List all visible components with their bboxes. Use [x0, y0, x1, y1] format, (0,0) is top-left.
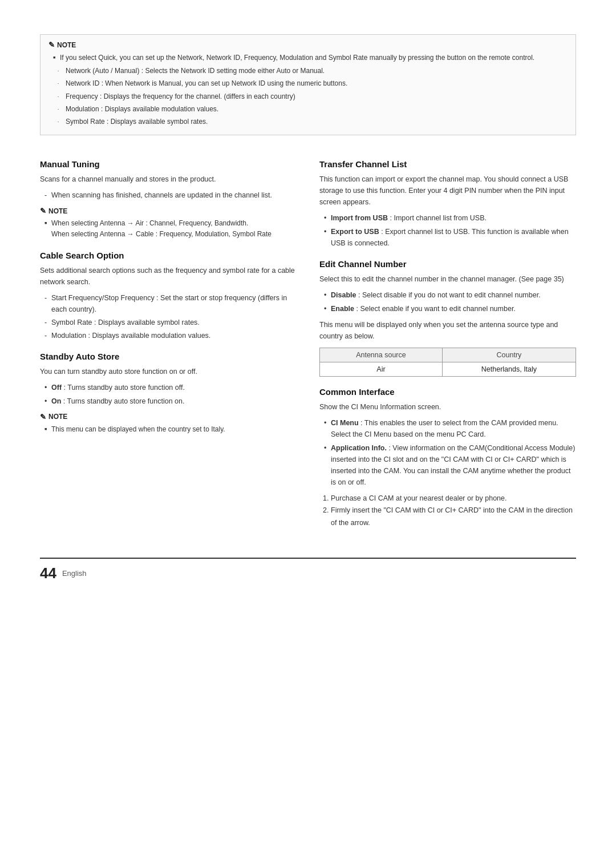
antenna-source-header: Antenna source — [320, 348, 443, 362]
standby-note-label: ✎ NOTE — [40, 413, 297, 421]
standby-bullet-on: On : Turns standby auto store function o… — [42, 396, 297, 407]
import-from-usb-item: Import from USB : Import channel list fr… — [322, 212, 576, 224]
standby-auto-store-title: Standby Auto Store — [40, 352, 297, 361]
standby-note: ✎ NOTE This menu can be displayed when t… — [40, 413, 297, 435]
common-interface-bullet-list: CI Menu : This enables the user to selec… — [319, 417, 576, 488]
manual-tuning-section: Manual Tuning Scans for a channel manual… — [40, 159, 297, 240]
cable-search-body: Sets additional search options such as t… — [40, 265, 297, 288]
cable-dash-3: Modulation : Displays available modulati… — [40, 330, 297, 341]
top-note-dash-3: Frequency : Displays the frequency for t… — [58, 91, 568, 102]
edit-channel-note-body: This menu will be displayed only when yo… — [319, 319, 576, 342]
ci-step-1: Purchase a CI CAM at your nearest dealer… — [331, 493, 576, 505]
transfer-channel-title: Transfer Channel List — [319, 159, 576, 169]
antenna-source-cell: Air — [320, 362, 443, 377]
transfer-bullet-list: Import from USB : Import channel list fr… — [319, 212, 576, 249]
ci-step-2: Firmly insert the "CI CAM with CI or CI+… — [331, 505, 576, 529]
cable-search-title: Cable Search Option — [40, 251, 297, 260]
common-interface-title: Common Interface — [319, 387, 576, 397]
top-note-block: ✎ NOTE If you select Quick, you can set … — [40, 34, 576, 135]
manual-tuning-note-item-1: When selecting Antenna → Air : Channel, … — [44, 218, 297, 240]
edit-channel-bullet-list: Disable : Select disable if you do not w… — [319, 289, 576, 314]
cable-dash-1: Start Frequency/Stop Frequency : Set the… — [40, 292, 297, 315]
common-interface-body: Show the CI Menu Information screen. — [319, 401, 576, 413]
manual-tuning-title: Manual Tuning — [40, 159, 297, 169]
country-cell: Netherlands, Italy — [442, 362, 576, 377]
standby-bullet-off: Off : Turns standby auto store function … — [42, 382, 297, 393]
manual-tuning-note: ✎ NOTE When selecting Antenna → Air : Ch… — [40, 207, 297, 240]
transfer-channel-body: This function can import or export the c… — [319, 174, 576, 208]
manual-tuning-note-content: When selecting Antenna → Air : Channel, … — [40, 218, 297, 240]
ci-menu-item: CI Menu : This enables the user to selec… — [322, 417, 576, 440]
page-language: English — [62, 569, 87, 578]
standby-note-content: This menu can be displayed when the coun… — [40, 424, 297, 435]
cable-search-section: Cable Search Option Sets additional sear… — [40, 251, 297, 341]
standby-auto-store-body: You can turn standby auto store function… — [40, 366, 297, 377]
note-icon: ✎ — [48, 41, 55, 49]
country-header: Country — [442, 348, 576, 362]
left-column: Manual Tuning Scans for a channel manual… — [40, 149, 297, 529]
top-note-dash-4: Modulation : Displays available modulati… — [58, 104, 568, 115]
edit-channel-section: Edit Channel Number Select this to edit … — [319, 259, 576, 377]
disable-item: Disable : Select disable if you do not w… — [322, 289, 576, 301]
top-note-label: ✎ NOTE — [48, 41, 568, 49]
standby-auto-store-section: Standby Auto Store You can turn standby … — [40, 352, 297, 435]
top-note-dash-1: Network (Auto / Manual) : Selects the Ne… — [58, 66, 568, 76]
app-info-item: Application Info. : View information on … — [322, 442, 576, 488]
top-note-item-1: If you select Quick, you can set up the … — [53, 53, 568, 63]
cable-dash-2: Symbol Rate : Displays available symbol … — [40, 317, 297, 328]
table-row: Air Netherlands, Italy — [320, 362, 576, 377]
standby-note-item-1: This menu can be displayed when the coun… — [44, 424, 297, 435]
edit-channel-body: Select this to edit the channel number i… — [319, 273, 576, 285]
enable-item: Enable : Select enable if you want to ed… — [322, 303, 576, 314]
export-to-usb-item: Export to USB : Export channel list to U… — [322, 226, 576, 249]
main-content: Manual Tuning Scans for a channel manual… — [40, 149, 576, 529]
footer-bar: 44 English — [40, 558, 576, 582]
manual-tuning-body: Scans for a channel manually and stores … — [40, 174, 297, 185]
top-note-dash-5: Symbol Rate : Displays available symbol … — [58, 116, 568, 127]
antenna-table: Antenna source Country Air Netherlands, … — [319, 348, 576, 377]
manual-tuning-dash: When scanning has finished, channels are… — [40, 189, 297, 201]
top-note-content: If you select Quick, you can set up the … — [48, 53, 568, 127]
manual-tuning-note-label: ✎ NOTE — [40, 207, 297, 215]
top-note-dash-2: Network ID : When Network is Manual, you… — [58, 78, 568, 89]
standby-bullet-list: Off : Turns standby auto store function … — [40, 382, 297, 407]
transfer-channel-section: Transfer Channel List This function can … — [319, 159, 576, 249]
right-column: Transfer Channel List This function can … — [319, 149, 576, 529]
page-number: 44 — [40, 564, 56, 582]
common-interface-numbered-list: Purchase a CI CAM at your nearest dealer… — [319, 493, 576, 529]
common-interface-section: Common Interface Show the CI Menu Inform… — [319, 387, 576, 529]
edit-channel-title: Edit Channel Number — [319, 259, 576, 269]
